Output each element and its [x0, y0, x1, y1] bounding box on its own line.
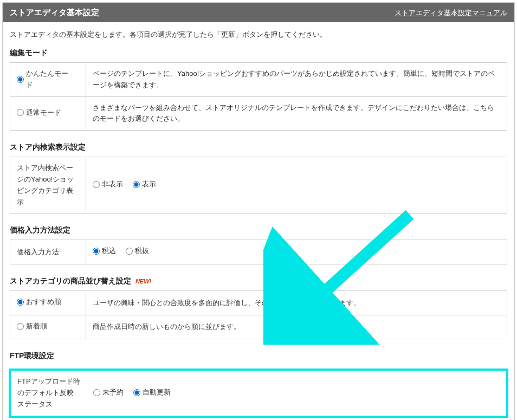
radio-ftp-auto[interactable]: 自動更新 — [133, 387, 171, 398]
radio-normal-mode-label: 通常モード — [26, 107, 61, 119]
page-title: ストアエディタ基本設定 — [10, 8, 99, 18]
normal-mode-desc: さまざまなパーツを組み合わせて、ストアオリジナルのテンプレートを作成できます。デ… — [86, 96, 507, 131]
section-price-input: 価格入力方法設定 価格入力方法 税込 税抜 — [3, 222, 514, 273]
radio-ftp-unreserved-label: 未予約 — [102, 387, 124, 398]
section-title-edit-mode: 編集モード — [10, 45, 507, 62]
section-title-ftp: FTP環境設定 — [10, 348, 507, 365]
radio-tax-excl-label: 税抜 — [135, 245, 149, 257]
radio-sort-new[interactable]: 新着順 — [17, 321, 47, 332]
radio-easy-mode[interactable]: かんたんモード — [17, 68, 72, 91]
header-bar: ストアエディタ基本設定 ストアエディタ基本設定マニュアル — [3, 3, 514, 22]
sort-title-text: ストアカテゴリの商品並び替え設定 — [10, 276, 131, 285]
radio-tax-incl-label: 税込 — [102, 245, 116, 257]
section-edit-mode: 編集モード かんたんモード ページのテンプレートに、Yahoo!ショッピングおす… — [3, 45, 514, 139]
radio-search-show[interactable]: 表示 — [133, 179, 156, 190]
radio-search-show-label: 表示 — [142, 179, 156, 190]
radio-sort-rec-label: おすすめ順 — [26, 296, 61, 308]
ftp-highlight-box: FTPアップロード時のデフォルト反映ステータス 未予約 自動更新 — [9, 369, 508, 417]
section-title-sort: ストアカテゴリの商品並び替え設定 NEW! — [10, 273, 507, 290]
ftp-row-label: FTPアップロード時のデフォルト反映ステータス — [11, 371, 87, 415]
sort-rec-desc: ユーザの興味・関心との合致度を多面的に評価し、そのスコアの高い順で並びます。 — [86, 291, 507, 315]
section-search-display: ストア内検索表示設定 ストア内検索ページのYahoo!ショッピングカテゴリ表示 … — [3, 139, 514, 222]
radio-sort-rec[interactable]: おすすめ順 — [17, 296, 61, 308]
radio-ftp-unreserved[interactable]: 未予約 — [93, 387, 124, 398]
section-title-price-input: 価格入力方法設定 — [10, 222, 507, 240]
radio-easy-mode-label: かんたんモード — [26, 68, 72, 91]
radio-tax-incl[interactable]: 税込 — [93, 245, 116, 257]
section-title-search-display: ストア内検索表示設定 — [10, 139, 507, 157]
section-ftp: FTP環境設定 — [3, 348, 514, 369]
radio-ftp-auto-label: 自動更新 — [143, 387, 171, 398]
price-input-row-label: 価格入力方法 — [10, 240, 86, 264]
radio-tax-excl[interactable]: 税抜 — [126, 245, 149, 257]
manual-link[interactable]: ストアエディタ基本設定マニュアル — [395, 8, 507, 18]
new-badge: NEW! — [135, 278, 151, 285]
radio-sort-new-label: 新着順 — [26, 321, 47, 332]
search-display-row-label: ストア内検索ページのYahoo!ショッピングカテゴリ表示 — [10, 157, 86, 214]
intro-text: ストアエディタの基本設定をします。各項目の選択が完了したら「更新」ボタンを押して… — [3, 22, 514, 45]
section-sort: ストアカテゴリの商品並び替え設定 NEW! おすすめ順 ユーザの興味・関心との合… — [3, 273, 514, 348]
radio-search-hide-label: 非表示 — [102, 179, 123, 190]
easy-mode-desc: ページのテンプレートに、Yahoo!ショッピングおすすめのパーツがあらかじめ設定… — [86, 63, 507, 97]
sort-new-desc: 商品作成日時の新しいものから順に並びます。 — [86, 315, 507, 339]
radio-search-hide[interactable]: 非表示 — [93, 179, 123, 190]
radio-normal-mode[interactable]: 通常モード — [17, 107, 61, 119]
